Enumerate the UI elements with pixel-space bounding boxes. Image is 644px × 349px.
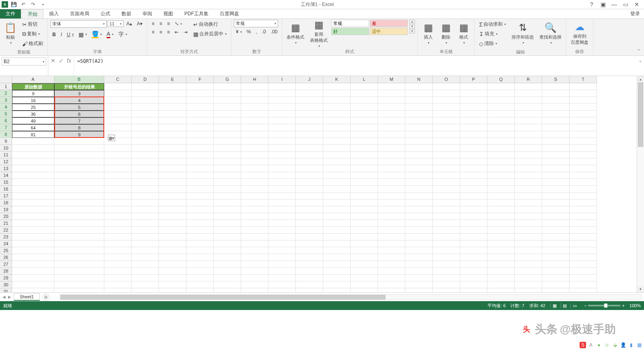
row-header-22[interactable]: 22 bbox=[0, 227, 12, 234]
cell-N26[interactable] bbox=[405, 254, 433, 261]
cell-E2[interactable] bbox=[159, 90, 186, 97]
cell-Q26[interactable] bbox=[487, 254, 515, 261]
cell-P24[interactable] bbox=[460, 240, 487, 247]
cell-I28[interactable] bbox=[268, 268, 296, 275]
cell-B20[interactable] bbox=[54, 213, 104, 220]
cell-N22[interactable] bbox=[405, 227, 433, 234]
cell-T28[interactable] bbox=[570, 268, 597, 275]
cell-P17[interactable] bbox=[460, 193, 487, 199]
cell-N27[interactable] bbox=[405, 261, 433, 268]
row-header-12[interactable]: 12 bbox=[0, 158, 12, 165]
cell-O8[interactable] bbox=[433, 131, 460, 138]
cell-I7[interactable] bbox=[268, 124, 296, 131]
cell-E23[interactable] bbox=[159, 234, 186, 240]
cell-G12[interactable] bbox=[214, 158, 241, 165]
col-header-A[interactable]: A bbox=[12, 76, 54, 83]
cell-N7[interactable] bbox=[405, 124, 433, 131]
cell-T24[interactable] bbox=[570, 240, 597, 247]
cell-D18[interactable] bbox=[132, 199, 159, 206]
cell-O24[interactable] bbox=[433, 240, 460, 247]
row-header-30[interactable]: 30 bbox=[0, 281, 12, 288]
cell-I18[interactable] bbox=[268, 199, 296, 206]
cell-A16[interactable] bbox=[12, 186, 54, 193]
cell-K9[interactable] bbox=[323, 138, 351, 145]
cell-G8[interactable] bbox=[214, 131, 241, 138]
cell-B26[interactable] bbox=[54, 254, 104, 261]
cell-I15[interactable] bbox=[268, 179, 296, 186]
add-sheet-button[interactable]: ⊕ bbox=[42, 294, 50, 301]
cell-B21[interactable] bbox=[54, 220, 104, 227]
cell-T12[interactable] bbox=[570, 158, 597, 165]
tab-layout[interactable]: 页面布局 bbox=[64, 9, 95, 18]
cell-J28[interactable] bbox=[296, 268, 323, 275]
cell-D26[interactable] bbox=[132, 254, 159, 261]
cell-I1[interactable] bbox=[268, 83, 296, 90]
cell-J12[interactable] bbox=[296, 158, 323, 165]
cell-A21[interactable] bbox=[12, 220, 54, 227]
cell-N28[interactable] bbox=[405, 268, 433, 275]
cell-C17[interactable] bbox=[104, 193, 132, 199]
cell-S19[interactable] bbox=[542, 206, 570, 213]
cell-T1[interactable] bbox=[570, 83, 597, 90]
cell-S15[interactable] bbox=[542, 179, 570, 186]
indent-decrease-icon[interactable]: ⇤ bbox=[173, 28, 181, 36]
cell-J5[interactable] bbox=[296, 111, 323, 117]
cell-N9[interactable] bbox=[405, 138, 433, 145]
cell-A9[interactable] bbox=[12, 138, 54, 145]
cell-F17[interactable] bbox=[186, 193, 214, 199]
cell-K2[interactable] bbox=[323, 90, 351, 97]
cell-I12[interactable] bbox=[268, 158, 296, 165]
cell-F21[interactable] bbox=[186, 220, 214, 227]
cell-M13[interactable] bbox=[378, 165, 405, 172]
accounting-format-icon[interactable]: ¥ bbox=[234, 28, 244, 36]
row-header-19[interactable]: 19 bbox=[0, 206, 12, 213]
cell-R11[interactable] bbox=[515, 152, 542, 158]
cell-L28[interactable] bbox=[351, 268, 378, 275]
cell-I9[interactable] bbox=[268, 138, 296, 145]
cell-R12[interactable] bbox=[515, 158, 542, 165]
cell-I2[interactable] bbox=[268, 90, 296, 97]
cell-S23[interactable] bbox=[542, 234, 570, 240]
cell-S5[interactable] bbox=[542, 111, 570, 117]
cell-O7[interactable] bbox=[433, 124, 460, 131]
cell-L25[interactable] bbox=[351, 247, 378, 254]
format-cells-button[interactable]: ▦格式 bbox=[456, 20, 472, 47]
cell-M19[interactable] bbox=[378, 206, 405, 213]
cell-K7[interactable] bbox=[323, 124, 351, 131]
cell-N3[interactable] bbox=[405, 97, 433, 104]
cell-F8[interactable] bbox=[186, 131, 214, 138]
cell-Q7[interactable] bbox=[487, 124, 515, 131]
cell-H5[interactable] bbox=[241, 111, 268, 117]
cell-D12[interactable] bbox=[132, 158, 159, 165]
cell-P12[interactable] bbox=[460, 158, 487, 165]
cell-B17[interactable] bbox=[54, 193, 104, 199]
cell-F19[interactable] bbox=[186, 206, 214, 213]
cell-C14[interactable] bbox=[104, 172, 132, 179]
cell-G1[interactable] bbox=[214, 83, 241, 90]
cell-C10[interactable] bbox=[104, 145, 132, 152]
cell-B28[interactable] bbox=[54, 268, 104, 275]
cell-R3[interactable] bbox=[515, 97, 542, 104]
cell-Q1[interactable] bbox=[487, 83, 515, 90]
cell-A11[interactable] bbox=[12, 152, 54, 158]
cell-A7[interactable]: 64 bbox=[12, 124, 54, 131]
cell-C11[interactable] bbox=[104, 152, 132, 158]
cell-O6[interactable] bbox=[433, 117, 460, 124]
help-icon[interactable]: ? bbox=[588, 1, 596, 8]
cell-A17[interactable] bbox=[12, 193, 54, 199]
cell-S2[interactable] bbox=[542, 90, 570, 97]
row-header-7[interactable]: 7 bbox=[0, 124, 12, 131]
cell-S7[interactable] bbox=[542, 124, 570, 131]
cell-T7[interactable] bbox=[570, 124, 597, 131]
cell-L8[interactable] bbox=[351, 131, 378, 138]
style-neutral[interactable]: 适中 bbox=[370, 28, 408, 35]
cell-P3[interactable] bbox=[460, 97, 487, 104]
cell-K23[interactable] bbox=[323, 234, 351, 240]
cell-P31[interactable] bbox=[460, 288, 487, 292]
cell-P22[interactable] bbox=[460, 227, 487, 234]
cell-C31[interactable] bbox=[104, 288, 132, 292]
cell-G10[interactable] bbox=[214, 145, 241, 152]
copy-button[interactable]: ⧉复制 bbox=[20, 29, 45, 39]
scroll-up-icon[interactable]: ▴ bbox=[637, 76, 644, 82]
cell-L30[interactable] bbox=[351, 281, 378, 288]
